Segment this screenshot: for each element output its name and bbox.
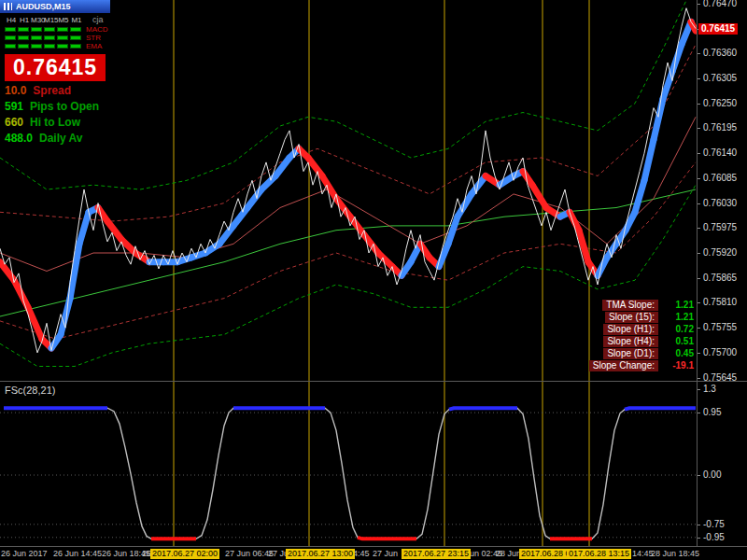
oscillator-tick-mark [698, 389, 700, 390]
timeframe-row: H4H1M30M15M5M1cja [5, 15, 108, 24]
tma-row-label: Slope Change: [589, 360, 658, 371]
stat-row: 488.0Daily Av [5, 132, 108, 145]
oscillator-overbought-segment [625, 408, 696, 409]
oscillator-tick-mark [698, 475, 700, 476]
oscillator-chart[interactable] [0, 382, 697, 546]
price-tick-label: 0.76305 [703, 73, 737, 84]
chart-icon [4, 3, 12, 10]
price-tick-mark [698, 228, 700, 229]
oscillator-tick-mark [698, 538, 700, 539]
tma-row: Slope Change:-19.1 [589, 360, 694, 371]
price-tick-label: 0.75920 [703, 247, 737, 259]
signal-square-up [5, 44, 16, 49]
tma-row-label: Slope (H4): [603, 336, 658, 347]
price-tick-label: 0.76250 [703, 98, 737, 109]
price-tick-mark [698, 128, 700, 129]
signal-square-up [57, 44, 68, 49]
price-tick-mark [698, 378, 700, 379]
price-tick-mark [698, 253, 700, 254]
price-tick-label: 0.75865 [703, 273, 737, 284]
tma-row: Slope (15):1.21 [589, 312, 694, 323]
stat-value: 10.0 [5, 84, 26, 97]
time-axis[interactable]: 26 Jun 201726 Jun 14:4526 Jun 18:4526201… [0, 546, 747, 560]
tma-row-label: TMA Slope: [602, 300, 658, 311]
price-tick-mark [698, 4, 700, 5]
price-tick-label: 0.75755 [703, 322, 737, 333]
chart-title-bar[interactable]: AUDUSD,M15 [0, 0, 110, 13]
signal-square-up [18, 35, 29, 40]
oscillator-overbought-segment [449, 408, 517, 409]
price-tick-label: 0.76140 [703, 147, 737, 159]
oscillator-oversold-segment [358, 538, 416, 539]
tma-row: Slope (H1):0.72 [589, 324, 694, 335]
stat-label: Hi to Low [30, 116, 80, 129]
stat-row: 660Hi to Low [5, 116, 108, 129]
slope-ribbon-segment [233, 208, 247, 226]
signal-row-label: MACD [86, 26, 108, 33]
chart-window: AUDUSD,M15 H4H1M30M15M5M1cja MACDSTREMA … [0, 0, 747, 560]
price-tick-label: 0.75700 [703, 347, 737, 358]
time-label: 28 Jun 18:45 [651, 549, 699, 559]
time-label-highlighted: 2017.06.27 23:15 [402, 549, 471, 559]
signal-row-label: EMA [86, 43, 102, 49]
stat-value: 591 [5, 100, 23, 113]
signal-square-up [31, 35, 42, 40]
dashboard-overlay: H4H1M30M15M5M1cja MACDSTREMA 0.76415 10.… [5, 15, 108, 145]
tma-row-label: Slope (H1): [603, 324, 658, 335]
indicator-author-label: cja [92, 15, 104, 24]
oscillator-tick-label: -0.95 [703, 532, 725, 543]
signal-square-up [44, 44, 55, 49]
price-tick-mark [698, 104, 700, 105]
price-tick-mark [698, 78, 700, 79]
current-price-display: 0.76415 [5, 54, 106, 81]
slope-ribbon-segment [61, 299, 70, 335]
stats-block: 10.0Spread591Pips to Open660Hi to Low488… [5, 84, 108, 145]
price-tick-label: 0.76195 [703, 122, 737, 133]
stat-label: Spread [33, 84, 71, 97]
oscillator-tick-label: -0.75 [703, 519, 725, 530]
slope-ribbon-segment [364, 235, 378, 253]
oscillator-tick-mark [698, 413, 700, 413]
tma-row: Slope (D1):0.45 [589, 348, 694, 359]
price-tick-mark [698, 302, 700, 303]
price-tick-label: 0.76360 [703, 48, 737, 59]
oscillator-axis[interactable]: 1.30.950.00-0.75-0.95 [698, 382, 747, 546]
price-tick-mark [698, 53, 700, 54]
slope-ribbon-segment [79, 212, 89, 244]
timeframe-label: H1 [18, 16, 31, 24]
signal-square-up [70, 35, 81, 40]
subwindow-separator[interactable] [0, 381, 747, 382]
signal-row: STR [5, 35, 108, 41]
tma-row-value: 1.21 [658, 300, 694, 311]
tma-row-value: 0.51 [658, 336, 694, 347]
slope-ribbon-segment [448, 217, 458, 244]
signal-square-up [70, 27, 81, 32]
time-label: 27 Jun 06:45 [225, 549, 274, 559]
chart-title: AUDUSD,M15 [16, 2, 71, 11]
price-tick-label: 0.75975 [703, 222, 737, 233]
price-tick-mark [698, 353, 700, 354]
stat-row: 10.0Spread [5, 84, 108, 97]
timeframe-label: M1 [70, 16, 83, 24]
slope-ribbon-segment [579, 231, 588, 262]
price-tick-mark [698, 203, 700, 204]
signal-square-up [18, 44, 29, 49]
price-tick-mark [698, 153, 700, 154]
signal-square-up [44, 27, 55, 32]
oscillator-tick-mark [698, 525, 700, 525]
signal-square-up [70, 44, 81, 49]
signal-row-label: STR [86, 35, 101, 41]
current-price-tag: 0.76415 [698, 23, 738, 35]
signal-grid: MACDSTREMA [5, 26, 108, 49]
time-label: 26 Jun 14:45 [53, 549, 102, 559]
tma-row-value: -19.1 [658, 360, 694, 371]
slope-ribbon-segment [247, 189, 261, 208]
oscillator-tick-label: 0.95 [703, 407, 721, 418]
tma-row-value: 1.21 [658, 312, 694, 323]
signal-square-up [31, 44, 42, 49]
timeframe-label: M15 [44, 16, 57, 24]
slope-ribbon-segment [654, 99, 663, 140]
oscillator-line [4, 408, 696, 539]
price-axis[interactable]: 0.764700.764150.763600.763050.762500.761… [698, 0, 747, 381]
timeframe-label: M5 [57, 16, 70, 24]
